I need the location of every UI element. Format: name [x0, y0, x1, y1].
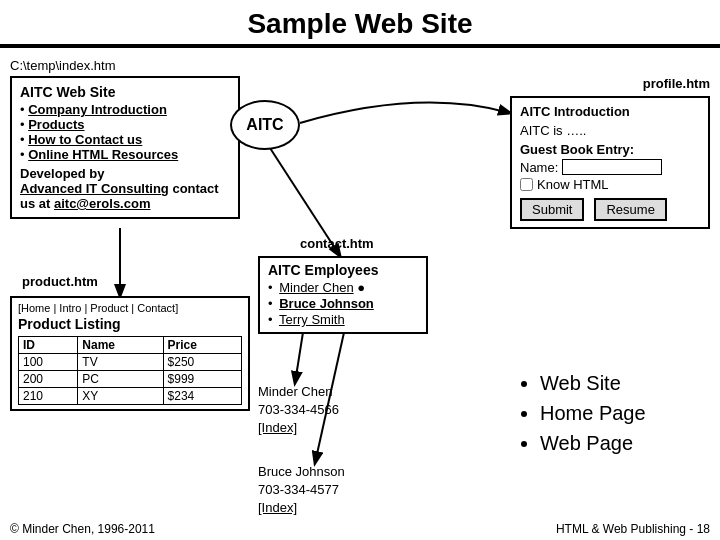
- profile-is-text: AITC is …..: [520, 123, 700, 138]
- table-row: 200 PC $999: [19, 371, 242, 388]
- table-row: 210 XY $234: [19, 388, 242, 405]
- cell-id: 200: [19, 371, 78, 388]
- profile-box: AITC Introduction AITC is ….. Guest Book…: [510, 96, 710, 229]
- contact-title: AITC Employees: [268, 262, 418, 278]
- col-id: ID: [19, 337, 78, 354]
- minder-phone: 703-334-4566: [258, 401, 339, 419]
- profile-intro: AITC Introduction: [520, 104, 700, 119]
- bruce-name: Bruce Johnson: [258, 463, 345, 481]
- button-row: Submit Resume: [520, 198, 700, 221]
- table-row: 100 TV $250: [19, 354, 242, 371]
- product-table: ID Name Price 100 TV $250 200 PC $999 21…: [18, 336, 242, 405]
- cell-name: TV: [78, 354, 163, 371]
- col-price: Price: [163, 337, 241, 354]
- submit-button[interactable]: Submit: [520, 198, 584, 221]
- cell-id: 210: [19, 388, 78, 405]
- page-title: Sample Web Site: [0, 0, 720, 46]
- know-html-checkbox[interactable]: [520, 178, 533, 191]
- minder-index-link[interactable]: [Index]: [258, 420, 297, 435]
- know-html-row: Know HTML: [520, 177, 700, 192]
- main-site-box: AITC Web Site • Company Introduction • P…: [10, 76, 240, 219]
- bruce-johnson-link[interactable]: Bruce Johnson: [279, 296, 374, 311]
- list-item[interactable]: • Online HTML Resources: [20, 147, 230, 162]
- list-item[interactable]: • How to Contact us: [20, 132, 230, 147]
- terry-smith-link[interactable]: Terry Smith: [279, 312, 345, 327]
- contact-link[interactable]: How to Contact us: [28, 132, 142, 147]
- product-nav: [Home | Intro | Product | Contact]: [18, 302, 242, 314]
- name-label: Name:: [520, 160, 558, 175]
- know-html-label: Know HTML: [537, 177, 609, 192]
- aitc-logo: AITC: [230, 100, 300, 150]
- contact-path-label: contact.htm: [300, 236, 374, 251]
- email-link[interactable]: aitc@erols.com: [54, 196, 151, 211]
- main-nav-list: • Company Introduction • Products • How …: [20, 102, 230, 162]
- cell-id: 100: [19, 354, 78, 371]
- cell-price: $234: [163, 388, 241, 405]
- advanced-it-link[interactable]: Advanced IT Consulting: [20, 181, 169, 196]
- list-item[interactable]: • Company Introduction: [20, 102, 230, 117]
- name-input[interactable]: [562, 159, 662, 175]
- main-box-title: AITC Web Site: [20, 84, 230, 100]
- contact-box: AITC Employees Minder Chen ● Bruce Johns…: [258, 256, 428, 334]
- cell-name: XY: [78, 388, 163, 405]
- list-item[interactable]: • Products: [20, 117, 230, 132]
- product-heading: Product Listing: [18, 316, 242, 332]
- developed-text: Developed by Advanced IT Consulting cont…: [20, 166, 230, 211]
- profile-path-label: profile.htm: [643, 76, 710, 91]
- bruce-info-box: Bruce Johnson 703-334-4577 [Index]: [258, 463, 345, 518]
- products-link[interactable]: Products: [28, 117, 84, 132]
- concept-list: Web Site Home Page Web Page: [510, 368, 710, 458]
- company-intro-link[interactable]: Company Introduction: [28, 102, 167, 117]
- cell-price: $999: [163, 371, 241, 388]
- bruce-phone: 703-334-4577: [258, 481, 345, 499]
- path-label-main: C:\temp\index.htm: [10, 58, 116, 73]
- cell-name: PC: [78, 371, 163, 388]
- minder-info-box: Minder Chen 703-334-4566 [Index]: [258, 383, 339, 438]
- list-item[interactable]: Minder Chen ●: [268, 280, 418, 295]
- list-item: Home Page: [540, 398, 710, 428]
- footer-copyright: © Minder Chen, 1996-2011: [10, 522, 155, 536]
- list-item: Web Page: [540, 428, 710, 458]
- resources-link[interactable]: Online HTML Resources: [28, 147, 178, 162]
- product-box: [Home | Intro | Product | Contact] Produ…: [10, 296, 250, 411]
- bruce-index-link[interactable]: [Index]: [258, 500, 297, 515]
- guest-book-label: Guest Book Entry:: [520, 142, 700, 157]
- bullet-dot: ●: [357, 280, 365, 295]
- minder-name: Minder Chen: [258, 383, 339, 401]
- list-item[interactable]: Bruce Johnson: [268, 296, 418, 311]
- bullet-list-box: Web Site Home Page Web Page: [510, 368, 710, 458]
- product-path-label: product.htm: [22, 274, 98, 289]
- name-row: Name:: [520, 159, 700, 175]
- employee-list: Minder Chen ● Bruce Johnson Terry Smith: [268, 280, 418, 327]
- list-item[interactable]: Terry Smith: [268, 312, 418, 327]
- resume-button[interactable]: Resume: [594, 198, 666, 221]
- footer-page-info: HTML & Web Publishing - 18: [556, 522, 710, 536]
- minder-chen-link[interactable]: Minder Chen: [279, 280, 353, 295]
- col-name: Name: [78, 337, 163, 354]
- list-item: Web Site: [540, 368, 710, 398]
- cell-price: $250: [163, 354, 241, 371]
